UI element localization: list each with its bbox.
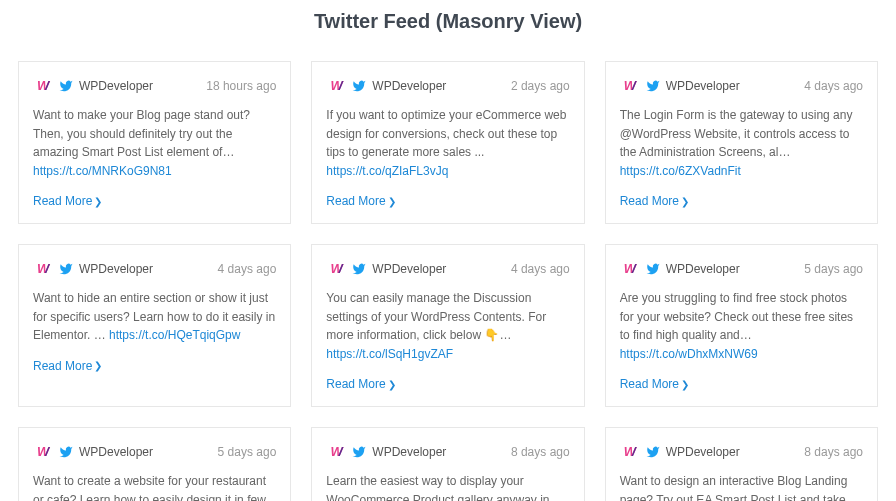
avatar: W/ (620, 442, 640, 462)
tweet-card: W/WPDeveloper4 days agoYou can easily ma… (311, 244, 584, 407)
tweet-text: The Login Form is the gateway to using a… (620, 106, 863, 180)
tweet-time: 8 days ago (804, 443, 863, 462)
tweet-time: 4 days ago (511, 260, 570, 279)
twitter-icon (352, 79, 366, 93)
avatar: W/ (33, 259, 53, 279)
avatar: W/ (33, 442, 53, 462)
tweet-time: 5 days ago (218, 443, 277, 462)
chevron-right-icon: ❯ (681, 377, 689, 393)
tweet-header: W/WPDeveloper5 days ago (33, 442, 276, 462)
avatar: W/ (620, 76, 640, 96)
avatar: W/ (326, 442, 346, 462)
tweet-text: Want to make your Blog page stand out? T… (33, 106, 276, 180)
avatar: W/ (326, 259, 346, 279)
tweet-card: W/WPDeveloper5 days agoAre you strugglin… (605, 244, 878, 407)
tweet-header: W/WPDeveloper5 days ago (620, 259, 863, 279)
tweet-handle[interactable]: WPDeveloper (79, 443, 153, 462)
tweet-header: W/WPDeveloper4 days ago (620, 76, 863, 96)
chevron-right-icon: ❯ (94, 194, 102, 210)
avatar: W/ (326, 76, 346, 96)
tweet-time: 18 hours ago (206, 77, 276, 96)
twitter-icon (646, 262, 660, 276)
tweet-card: W/WPDeveloper8 days agoLearn the easiest… (311, 427, 584, 501)
chevron-right-icon: ❯ (388, 377, 396, 393)
read-more-link[interactable]: Read More ❯ (326, 375, 395, 394)
tweet-handle[interactable]: WPDeveloper (372, 260, 446, 279)
pointing-hand-icon: 👇 (484, 326, 499, 345)
tweet-header: W/WPDeveloper8 days ago (620, 442, 863, 462)
tweet-link[interactable]: https://t.co/wDhxMxNW69 (620, 347, 758, 361)
tweet-link[interactable]: https://t.co/qZIaFL3vJq (326, 164, 448, 178)
tweet-time: 8 days ago (511, 443, 570, 462)
tweet-time: 2 days ago (511, 77, 570, 96)
tweet-time: 4 days ago (804, 77, 863, 96)
twitter-icon (352, 262, 366, 276)
tweet-header: W/WPDeveloper8 days ago (326, 442, 569, 462)
tweet-text: Want to create a website for your restau… (33, 472, 276, 501)
twitter-icon (352, 445, 366, 459)
tweet-header: W/WPDeveloper2 days ago (326, 76, 569, 96)
read-more-link[interactable]: Read More ❯ (620, 192, 689, 211)
tweet-text: Learn the easiest way to display your Wo… (326, 472, 569, 501)
tweet-header: W/WPDeveloper4 days ago (33, 259, 276, 279)
tweet-text: If you want to optimize your eCommerce w… (326, 106, 569, 180)
tweet-card: W/WPDeveloper4 days agoThe Login Form is… (605, 61, 878, 224)
twitter-icon (646, 445, 660, 459)
read-more-link[interactable]: Read More ❯ (620, 375, 689, 394)
tweet-handle[interactable]: WPDeveloper (372, 443, 446, 462)
tweet-card: W/WPDeveloper2 days agoIf you want to op… (311, 61, 584, 224)
tweet-time: 5 days ago (804, 260, 863, 279)
twitter-icon (59, 445, 73, 459)
tweet-handle[interactable]: WPDeveloper (79, 260, 153, 279)
tweet-header: W/WPDeveloper18 hours ago (33, 76, 276, 96)
tweet-card: W/WPDeveloper4 days agoWant to hide an e… (18, 244, 291, 407)
twitter-icon (646, 79, 660, 93)
tweet-header: W/WPDeveloper4 days ago (326, 259, 569, 279)
tweet-card: W/WPDeveloper5 days agoWant to create a … (18, 427, 291, 501)
chevron-right-icon: ❯ (388, 194, 396, 210)
tweet-link[interactable]: https://t.co/lSqH1gvZAF (326, 347, 453, 361)
tweet-text: You can easily manage the Discussion set… (326, 289, 569, 363)
tweet-card: W/WPDeveloper18 hours agoWant to make yo… (18, 61, 291, 224)
avatar: W/ (620, 259, 640, 279)
twitter-icon (59, 262, 73, 276)
chevron-right-icon: ❯ (94, 358, 102, 374)
tweet-handle[interactable]: WPDeveloper (372, 77, 446, 96)
tweet-text: Want to design an interactive Blog Landi… (620, 472, 863, 501)
tweet-text: Want to hide an entire section or show i… (33, 289, 276, 345)
twitter-icon (59, 79, 73, 93)
tweet-handle[interactable]: WPDeveloper (79, 77, 153, 96)
chevron-right-icon: ❯ (681, 194, 689, 210)
tweet-handle[interactable]: WPDeveloper (666, 260, 740, 279)
read-more-link[interactable]: Read More ❯ (326, 192, 395, 211)
read-more-link[interactable]: Read More ❯ (33, 357, 102, 376)
tweet-text: Are you struggling to find free stock ph… (620, 289, 863, 363)
tweet-link[interactable]: https://t.co/MNRKoG9N81 (33, 164, 172, 178)
tweet-link[interactable]: https://t.co/HQeTqiqGpw (109, 328, 240, 342)
tweet-grid: W/WPDeveloper18 hours agoWant to make yo… (18, 61, 878, 501)
tweet-time: 4 days ago (218, 260, 277, 279)
tweet-card: W/WPDeveloper8 days agoWant to design an… (605, 427, 878, 501)
page-title: Twitter Feed (Masonry View) (18, 10, 878, 33)
tweet-link[interactable]: https://t.co/6ZXVadnFit (620, 164, 741, 178)
read-more-link[interactable]: Read More ❯ (33, 192, 102, 211)
tweet-handle[interactable]: WPDeveloper (666, 443, 740, 462)
tweet-handle[interactable]: WPDeveloper (666, 77, 740, 96)
avatar: W/ (33, 76, 53, 96)
